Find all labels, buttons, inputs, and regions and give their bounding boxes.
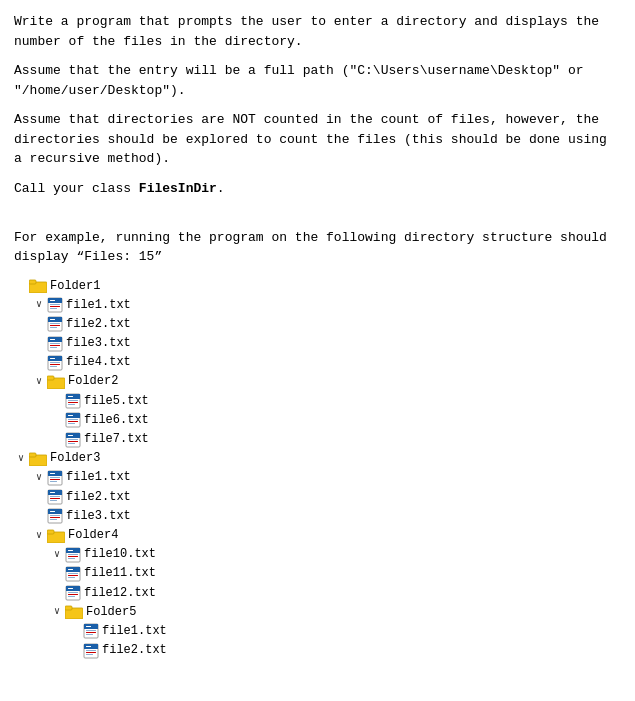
file-row[interactable]: file4.txt [14,353,621,372]
file-row[interactable]: file3.txt [14,507,621,526]
svg-rect-62 [50,511,55,512]
file-icon [47,316,66,332]
file-name: file7.txt [84,430,149,449]
file-name: file2.txt [102,641,167,660]
folder-icon [29,452,50,466]
folder-icon [47,529,68,543]
svg-rect-42 [68,435,73,436]
svg-rect-1 [29,280,36,284]
chevron-icon[interactable]: ∨ [32,470,46,486]
chevron-icon[interactable]: ∨ [50,604,64,620]
svg-rect-52 [50,479,60,480]
file-row[interactable]: file5.txt [14,392,621,411]
svg-rect-63 [50,515,60,516]
svg-rect-6 [50,306,60,307]
file-name: file1.txt [66,296,131,315]
svg-rect-77 [68,573,78,574]
file-icon [65,566,84,582]
file-name: file1.txt [102,622,167,641]
svg-rect-10 [50,319,55,320]
svg-rect-38 [68,421,78,422]
file-icon [83,643,102,659]
desc-para5: For example, running the program on the … [14,228,621,267]
svg-rect-4 [50,300,55,301]
svg-rect-90 [86,626,91,627]
file-icon [65,412,84,428]
folder-row[interactable]: ∨ Folder5 [14,603,621,622]
file-row[interactable]: ∨ file1.txt [14,468,621,487]
file-name: file11.txt [84,564,156,583]
svg-rect-56 [50,492,55,493]
chevron-icon[interactable]: ∨ [50,547,64,563]
file-row[interactable]: file11.txt [14,564,621,583]
para4-prefix: Call your class [14,181,139,196]
file-icon [83,623,102,639]
description-block: Write a program that prompts the user to… [14,12,621,267]
file-row[interactable]: file2.txt [14,488,621,507]
svg-rect-50 [50,473,55,474]
svg-rect-19 [50,347,57,348]
file-name: file6.txt [84,411,149,430]
desc-para1: Write a program that prompts the user to… [14,12,621,51]
svg-rect-45 [68,443,75,444]
svg-rect-31 [68,400,78,401]
file-name: file4.txt [66,353,131,372]
svg-rect-30 [68,396,73,397]
file-row[interactable]: file7.txt [14,430,621,449]
file-name: file2.txt [66,488,131,507]
folder-row[interactable]: ∨ Folder3 [14,449,621,468]
svg-rect-58 [50,498,60,499]
file-row[interactable]: file2.txt [14,641,621,660]
svg-rect-59 [50,500,57,501]
file-name: file1.txt [66,468,131,487]
folder-row[interactable]: Folder1 [14,277,621,296]
svg-rect-82 [68,588,73,589]
chevron-icon[interactable]: ∨ [32,374,46,390]
file-name: file3.txt [66,507,131,526]
file-tree: Folder1∨ file1.txt file2.txt file3.txt f… [14,277,621,661]
svg-rect-25 [50,366,57,367]
svg-rect-33 [68,404,75,405]
svg-rect-93 [86,634,93,635]
desc-para4: Call your class FilesInDir. [14,179,621,199]
file-row[interactable]: ∨ file10.txt [14,545,621,564]
folder-row[interactable]: ∨ Folder2 [14,372,621,391]
svg-rect-32 [68,402,78,403]
file-icon [47,355,66,371]
folder-icon [65,605,86,619]
file-icon [47,489,66,505]
svg-rect-73 [68,558,75,559]
file-icon [47,336,66,352]
chevron-icon[interactable]: ∨ [32,297,46,313]
svg-rect-53 [50,481,57,482]
file-row[interactable]: file6.txt [14,411,621,430]
folder-row[interactable]: ∨ Folder4 [14,526,621,545]
file-row[interactable]: file1.txt [14,622,621,641]
file-row[interactable]: file2.txt [14,315,621,334]
svg-rect-99 [86,654,93,655]
svg-rect-39 [68,423,75,424]
folder-name: Folder2 [68,372,118,391]
file-name: file3.txt [66,334,131,353]
chevron-icon[interactable]: ∨ [32,528,46,544]
svg-rect-70 [68,550,73,551]
para4-suffix: . [217,181,225,196]
svg-rect-71 [68,554,78,555]
file-icon [47,470,66,486]
svg-rect-72 [68,556,78,557]
svg-rect-78 [68,575,78,576]
svg-rect-67 [47,530,54,534]
file-icon [65,432,84,448]
chevron-icon[interactable]: ∨ [14,451,28,467]
file-name: file2.txt [66,315,131,334]
svg-rect-11 [50,323,60,324]
file-row[interactable]: ∨ file1.txt [14,296,621,315]
desc-para2: Assume that the entry will be a full pat… [14,61,621,100]
svg-rect-97 [86,650,96,651]
svg-rect-64 [50,517,60,518]
file-row[interactable]: file12.txt [14,584,621,603]
svg-rect-22 [50,358,55,359]
svg-rect-51 [50,477,60,478]
svg-rect-83 [68,592,78,593]
file-row[interactable]: file3.txt [14,334,621,353]
